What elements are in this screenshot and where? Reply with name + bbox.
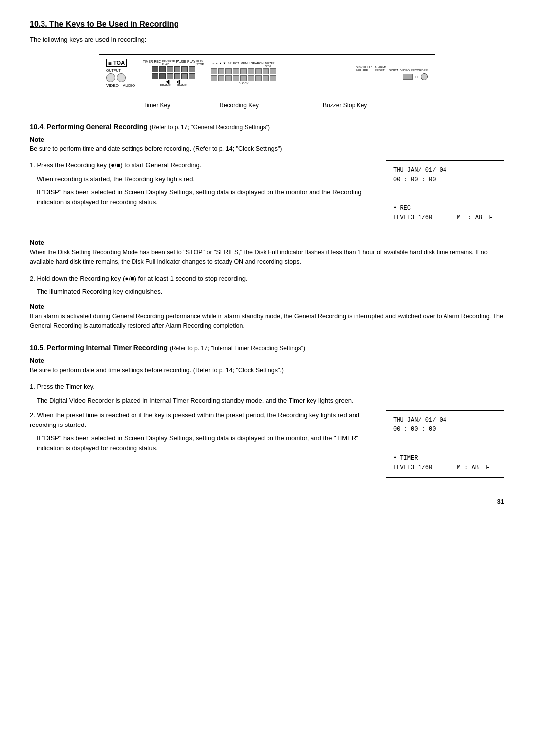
nb3 (225, 68, 232, 74)
bottom-btn-6 (189, 73, 195, 79)
disp1-line3 (393, 185, 497, 194)
right-separator: □ (416, 75, 418, 79)
section-10-3-intro: The following keys are used in recording… (30, 35, 504, 45)
timer-key-label: Timer Key (143, 102, 170, 109)
num-btn-row1 (211, 68, 276, 74)
disp2-line5: • TIMER (393, 454, 497, 463)
num-labels-top: –+▲▼ SELECTMENUSEARCH BUZZERSTOP (213, 62, 275, 68)
timer-btn-group: TIMER REC REVERSEPLAY PAUSE PLAY PLAYSTO… (143, 60, 204, 87)
timer-btn (152, 66, 158, 72)
nb17 (263, 75, 269, 81)
device-box: ▩ TOA OUTPUT VIDEO AUDIO (99, 54, 435, 91)
nb4 (233, 68, 239, 74)
recording-key-label: Recording Key (220, 102, 259, 109)
note1-text: Be sure to perform time and date setting… (30, 144, 504, 154)
disp2-line6: LEVEL3 1/60 M : AB F (393, 463, 497, 472)
bottom-btn-1 (152, 73, 158, 79)
nb9 (270, 68, 276, 74)
lens-left (106, 73, 115, 82)
display-box-1: THU JAN/ 01/ 04 00 : 00 : 00 • REC LEVEL… (386, 160, 504, 228)
note-10-5-1-text: Be sure to perform date and time setting… (30, 366, 504, 375)
note2-label: Note (30, 239, 504, 246)
disp1-line4 (393, 194, 497, 204)
bottom-btn-5 (181, 73, 188, 79)
power-btn (421, 73, 428, 80)
brand-area: ▩ TOA OUTPUT VIDEO AUDIO (106, 59, 135, 88)
section-10-4-ref: (Refer to p. 17; "General Recording Sett… (150, 124, 270, 131)
disp1-line5: • REC (393, 204, 497, 213)
output-labels: VIDEO AUDIO (106, 83, 135, 88)
note-10-5-1-label: Note (30, 357, 504, 364)
display-box-2: THU JAN/ 01/ 04 00 : 00 : 00 • TIMER LEV… (386, 410, 504, 478)
buzzer-key-line (345, 93, 345, 101)
num-btn-row2 (211, 75, 276, 81)
nb1 (211, 68, 217, 74)
note3-text: If an alarm is activated during General … (30, 312, 504, 331)
step-10-5-1-a: 1. Press the Timer key. (30, 382, 504, 392)
play-btn (181, 66, 188, 72)
note-block-2: Note When the Disk Setting Recording Mod… (30, 239, 504, 267)
step-10-5-2-block: THU JAN/ 01/ 04 00 : 00 : 00 • TIMER LEV… (30, 410, 504, 483)
lens-right (117, 73, 126, 82)
device-diagram: ▩ TOA OUTPUT VIDEO AUDIO (30, 54, 504, 109)
step2-block: 2. Hold down the Recording key (●/■) for… (30, 274, 504, 297)
disp2-line3 (393, 435, 497, 444)
disp2-line4 (393, 444, 497, 454)
nb7 (255, 68, 262, 74)
output-label: OUTPUT (106, 69, 121, 72)
lens-group (106, 73, 126, 82)
timer-key-line (157, 93, 157, 101)
section-10-5-ref: (Refer to p. 17; "Internal Timer Recordi… (170, 345, 305, 352)
section-10-4: 10.4. Performing General Recording (Refe… (30, 123, 504, 331)
note-block-1: Note Be sure to perform time and date se… (30, 136, 504, 154)
section-10-5-title: 10.5. Performing Internal Timer Recordin… (30, 344, 504, 352)
reverse-btn (167, 66, 173, 72)
step2-text-a: 2. Hold down the Recording key (●/■) for… (30, 274, 504, 284)
nb18 (270, 75, 276, 81)
nb6 (248, 68, 254, 74)
page-number: 31 (30, 498, 504, 505)
right-group: DISK FULL/FAILURE ALARM/RESET DIGITAL VI… (356, 66, 428, 80)
buzzer-key-label: Buzzer Stop Key (323, 102, 367, 109)
rec-btn (159, 66, 166, 72)
note1-label: Note (30, 136, 504, 143)
step-10-5-1: 1. Press the Timer key. The Digital Vide… (30, 382, 504, 405)
nb15 (248, 75, 254, 81)
disp2-line2: 00 : 00 : 00 (393, 425, 497, 434)
bottom-btn-3 (167, 73, 173, 79)
step-10-5-1-b: The Digital Video Recorder is placed in … (37, 396, 504, 406)
step2-text-b: The illuminated Recording key extinguish… (37, 287, 504, 297)
toa-logo: ▩ TOA (106, 59, 127, 67)
btn-top-labels: TIMER REC REVERSEPLAY PAUSE PLAY PLAYSTO… (143, 60, 204, 66)
nb2 (218, 68, 224, 74)
section-10-3-title: 10.3. The Keys to Be Used in Recording (30, 20, 504, 29)
timer-key-label-group: Timer Key (143, 93, 170, 109)
right-btn-1 (403, 74, 413, 80)
disp1-line6: LEVEL3 1/60 M : AB F (393, 213, 497, 223)
recording-key-label-group: Recording Key (220, 93, 259, 109)
btn-row-top (152, 66, 195, 72)
block-label: BLOCK (238, 82, 248, 85)
bottom-btn-4 (174, 73, 180, 79)
btn-row-bottom (152, 73, 195, 79)
nb12 (225, 75, 232, 81)
right-top-row: DISK FULL/FAILURE ALARM/RESET DIGITAL VI… (356, 66, 428, 72)
right-btn-row: □ (403, 73, 428, 80)
nb5 (240, 68, 247, 74)
note-10-5-1: Note Be sure to perform date and time se… (30, 357, 504, 375)
nb13 (233, 75, 239, 81)
note3-label: Note (30, 303, 504, 310)
key-labels-row: Timer Key Recording Key Buzzer Stop Key (99, 91, 435, 109)
nb16 (255, 75, 262, 81)
nb14 (240, 75, 247, 81)
section-10-5: 10.5. Performing Internal Timer Recordin… (30, 344, 504, 483)
note2-text: When the Disk Setting Recording Mode has… (30, 248, 504, 267)
note-block-3: Note If an alarm is activated during Gen… (30, 303, 504, 331)
nb8 (263, 68, 269, 74)
nb11 (218, 75, 224, 81)
pause-btn (174, 66, 180, 72)
disp1-line1: THU JAN/ 01/ 04 (393, 166, 497, 175)
section-10-3: 10.3. The Keys to Be Used in Recording T… (30, 20, 504, 109)
bottom-btn-2 (159, 73, 166, 79)
step1-block: THU JAN/ 01/ 04 00 : 00 : 00 • REC LEVEL… (30, 160, 504, 233)
